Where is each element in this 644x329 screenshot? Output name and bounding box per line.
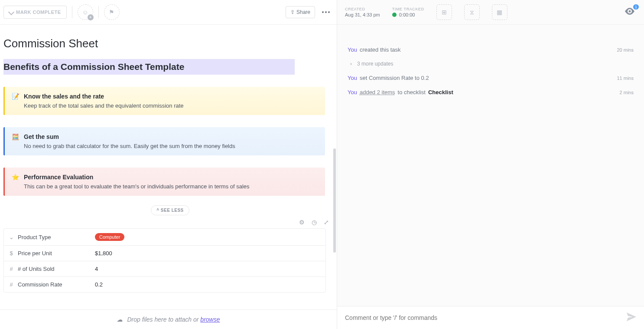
gear-icon[interactable]: ⚙ [299, 219, 305, 226]
comment-input[interactable] [345, 314, 627, 321]
time-tracked-meta[interactable]: TIME TRACKED 0:00:00 [392, 7, 424, 17]
callout-get-sum[interactable]: 🧮 Get the sum No need to grab that calcu… [3, 127, 325, 155]
activity-item[interactable]: You created this task 20 mins [348, 46, 634, 53]
callout-body: No need to grab that calculator for the … [24, 143, 235, 149]
svg-point-0 [629, 10, 631, 13]
browse-link[interactable]: browse [200, 316, 220, 323]
field-label: Price per Unit [18, 250, 52, 257]
divider [72, 6, 72, 18]
custom-fields-table: ⌄Product Type Computer $Price per Unit $… [3, 228, 326, 293]
hourglass-icon: ⧖ [470, 9, 474, 16]
callout-know-sales[interactable]: 📝 Know the sales and the rate Keep track… [3, 87, 325, 115]
calendar-icon: ▦ [497, 9, 502, 16]
activity-more-toggle[interactable]: › 3 more updates [348, 61, 634, 67]
field-row-commission-rate[interactable]: #Commission Rate 0.2 [4, 277, 325, 292]
field-row-units[interactable]: ## of Units Sold 4 [4, 261, 325, 277]
hash-icon: # [8, 266, 14, 272]
assign-button[interactable]: ☺ + [78, 4, 93, 20]
activity-text: set Commission Rate to 0.2 [360, 75, 429, 81]
callout-body: Keep track of the total sales and the eq… [24, 102, 184, 109]
play-indicator-icon [392, 13, 397, 17]
eye-icon [625, 8, 634, 15]
dropdown-icon: ⌄ [8, 234, 14, 240]
watchers-button[interactable]: 1 [623, 6, 636, 18]
dollar-icon: $ [8, 250, 14, 257]
hash-icon: ⊞ [442, 9, 447, 16]
field-label: Product Type [18, 234, 51, 240]
field-value[interactable]: 0.2 [91, 277, 325, 292]
flag-icon: ⚑ [109, 9, 114, 16]
drop-text: Drop files here to attach or [127, 316, 200, 323]
field-label: # of Units Sold [18, 266, 55, 272]
activity-time: 20 mins [617, 47, 634, 53]
calculator-icon: 🧮 [12, 133, 19, 140]
created-value: Aug 31, 4:33 pm [345, 12, 380, 17]
dates-button[interactable]: ▦ [492, 4, 507, 20]
activity-mid: to checklist [398, 89, 426, 95]
field-value[interactable]: 4 [91, 261, 325, 276]
task-title[interactable]: Commission Sheet [3, 33, 337, 59]
scrollbar[interactable] [333, 148, 336, 253]
activity-item[interactable]: You set Commission Rate to 0.2 11 mins [348, 75, 634, 81]
hash-icon: # [8, 281, 14, 288]
pencil-icon: 📝 [12, 93, 19, 100]
priority-button[interactable]: ⚑ [104, 4, 120, 20]
send-icon[interactable] [627, 313, 636, 323]
history-icon[interactable]: ◷ [312, 219, 317, 226]
plus-icon: + [88, 14, 94, 20]
watchers-count: 1 [633, 4, 639, 10]
created-meta: CREATED Aug 31, 4:33 pm [345, 7, 380, 17]
activity-user: You [348, 75, 357, 81]
star-icon: ⭐ [12, 174, 19, 181]
activity-user: You [348, 46, 357, 53]
activity-time: 11 mins [617, 76, 634, 81]
callout-performance[interactable]: ⭐ Performance Evaluation This can be a g… [3, 168, 325, 196]
activity-text: created this task [360, 46, 401, 53]
sprint-points-button[interactable]: ⊞ [436, 4, 452, 20]
field-value-chip[interactable]: Computer [95, 233, 124, 241]
callout-body: This can be a great tool to evaluate the… [24, 183, 250, 190]
share-icon: ⇪ [290, 9, 295, 15]
attachments-dropzone[interactable]: ☁ Drop files here to attach or browse [0, 309, 337, 329]
callout-title: Get the sum [24, 133, 235, 140]
activity-time: 2 mins [620, 90, 634, 95]
time-tracked-label: TIME TRACKED [392, 7, 424, 11]
activity-item[interactable]: You added 2 items to checklist Checklist… [348, 89, 634, 95]
activity-checklist-name: Checklist [428, 89, 453, 95]
people-icon: ☺ [82, 9, 88, 16]
callout-title: Know the sales and the rate [24, 93, 184, 100]
field-row-product-type[interactable]: ⌄Product Type Computer [4, 229, 325, 246]
callout-title: Performance Evaluation [24, 174, 250, 181]
share-button[interactable]: ⇪ Share [286, 6, 315, 18]
activity-more-text: 3 more updates [355, 61, 393, 67]
cloud-upload-icon: ☁ [117, 316, 123, 323]
created-label: CREATED [345, 7, 380, 11]
see-less-button[interactable]: ^ SEE LESS [151, 205, 189, 215]
share-label: Share [296, 9, 310, 15]
mark-complete-label: MARK COMPLETE [16, 10, 61, 15]
divider [98, 6, 99, 18]
field-value[interactable]: $1,800 [91, 246, 325, 261]
activity-user: You [348, 89, 357, 95]
more-menu-button[interactable] [319, 8, 333, 16]
mark-complete-button[interactable]: MARK COMPLETE [3, 6, 67, 19]
activity-link[interactable]: added 2 items [360, 89, 395, 95]
expand-icon[interactable]: ⤢ [324, 219, 329, 226]
activity-feed: You created this task 20 mins › 3 more u… [337, 25, 644, 306]
time-estimate-button[interactable]: ⧖ [464, 4, 480, 20]
field-label: Commission Rate [18, 281, 62, 288]
check-icon [8, 9, 14, 15]
field-row-price[interactable]: $Price per Unit $1,800 [4, 246, 325, 261]
chevron-right-icon: › [348, 61, 352, 67]
time-tracked-value: 0:00:00 [399, 12, 415, 17]
section-heading[interactable]: Benefits of a Commission Sheet Template [3, 59, 295, 75]
